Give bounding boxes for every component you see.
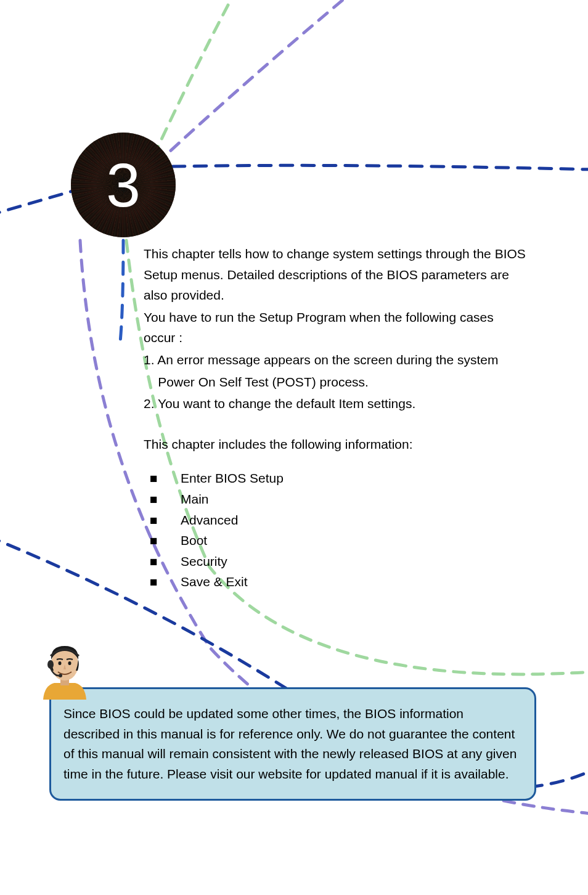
toc-item: ■Security [144, 551, 526, 572]
intro-paragraph-1: This chapter tells how to change system … [144, 243, 526, 306]
bullet-icon: ■ [144, 510, 181, 531]
bullet-icon: ■ [144, 489, 181, 510]
svg-point-2 [59, 661, 62, 665]
intro-paragraph-2: You have to run the Setup Program when t… [144, 307, 526, 348]
toc-label: Save & Exit [181, 574, 248, 589]
bullet-icon: ■ [144, 571, 181, 592]
note-box: Since BIOS could be updated some other t… [49, 687, 536, 801]
toc-item: ■Save & Exit [144, 571, 526, 592]
intro-list-item-1: 1. An error message appears on the scree… [144, 349, 526, 370]
intro-list-item-1b: Power On Self Test (POST) process. [144, 372, 526, 393]
page-container: 3 This chapter tells how to change syste… [0, 0, 588, 895]
bullet-icon: ■ [144, 468, 181, 489]
toc-item: ■Enter BIOS Setup [144, 468, 526, 489]
toc-label: Main [181, 492, 209, 506]
toc-item: ■Boot [144, 530, 526, 551]
toc-label: Advanced [181, 513, 238, 527]
bullet-icon: ■ [144, 551, 181, 572]
toc-item: ■Main [144, 489, 526, 510]
toc-label: Enter BIOS Setup [181, 471, 284, 485]
svg-point-4 [47, 660, 54, 669]
toc-item: ■Advanced [144, 510, 526, 531]
svg-point-5 [59, 674, 62, 677]
chapter-badge: 3 [71, 133, 176, 237]
note-text: Since BIOS could be updated some other t… [63, 706, 517, 781]
support-avatar-icon [37, 641, 92, 700]
intro-paragraph-3: This chapter includes the following info… [144, 434, 526, 455]
toc-label: Boot [181, 533, 207, 547]
svg-point-3 [68, 661, 71, 665]
toc-label: Security [181, 554, 227, 568]
toc-list: ■Enter BIOS Setup ■Main ■Advanced ■Boot … [144, 468, 526, 592]
chapter-number: 3 [106, 150, 141, 221]
bullet-icon: ■ [144, 530, 181, 551]
intro-list-item-2: 2. You want to change the default Item s… [144, 393, 526, 414]
chapter-content: This chapter tells how to change system … [144, 243, 526, 592]
